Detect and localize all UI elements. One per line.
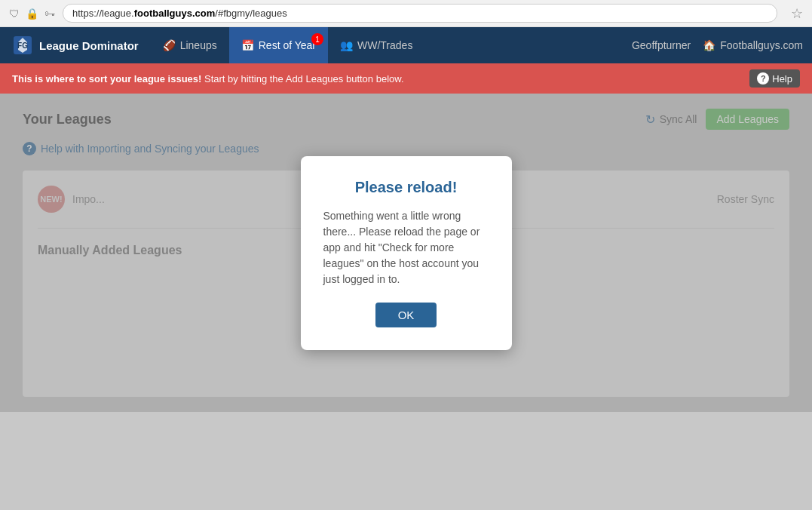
- nav-badge-rest-of-year: 1: [311, 33, 323, 45]
- url-prefix: https://league.: [72, 8, 134, 19]
- browser-icons: 🛡 🔒 🗝: [9, 8, 55, 20]
- nav-user[interactable]: Geoffpturner: [632, 39, 691, 51]
- lock-icon: 🔒: [26, 8, 38, 20]
- modal-dialog: Please reload! Something went a little w…: [301, 156, 512, 350]
- nav-home[interactable]: 🏠 Footballguys.com: [703, 39, 803, 51]
- app-nav: FG League Dominator 🏈 Lineups 📅 Rest of …: [0, 27, 812, 63]
- browser-bar: 🛡 🔒 🗝 https://league.footballguys.com/#f…: [0, 0, 812, 27]
- ww-trades-label: WW/Trades: [357, 39, 412, 51]
- brand-svg: FG: [12, 35, 33, 56]
- nav-items: 🏈 Lineups 📅 Rest of Year 1 👥 WW/Trades: [151, 27, 632, 63]
- modal-body: Something went a little wrong there... P…: [323, 208, 489, 287]
- help-button[interactable]: ? Help: [749, 69, 800, 88]
- alert-banner: This is where to sort your league issues…: [0, 63, 812, 94]
- modal-ok-label: OK: [398, 309, 415, 321]
- nav-right: Geoffpturner 🏠 Footballguys.com: [632, 39, 803, 51]
- help-button-label: Help: [772, 73, 792, 84]
- svg-text:FG: FG: [17, 41, 28, 50]
- shield-icon: 🛡: [9, 8, 20, 20]
- brand-icon: FG: [12, 35, 33, 56]
- modal-overlay: Please reload! Something went a little w…: [0, 94, 812, 412]
- nav-item-lineups[interactable]: 🏈 Lineups: [151, 27, 229, 63]
- modal-ok-button[interactable]: OK: [375, 303, 437, 327]
- main-content: Your Leagues ↻ Sync All Add Leagues ? He…: [0, 94, 812, 412]
- alert-text: This is where to sort your league issues…: [12, 73, 404, 84]
- people-icon: 👥: [340, 39, 353, 51]
- url-domain: footballguys.com: [134, 8, 216, 19]
- site-label: Footballguys.com: [720, 39, 803, 51]
- url-suffix: /#fbgmy/leagues: [215, 8, 286, 19]
- alert-text-bold: This is where to sort your league issues…: [12, 73, 201, 84]
- key-icon: 🗝: [44, 8, 55, 20]
- question-icon: ?: [757, 72, 769, 84]
- browser-url-bar[interactable]: https://league.footballguys.com/#fbgmy/l…: [63, 4, 777, 23]
- lineups-label: Lineups: [180, 39, 217, 51]
- football-icon: 🏈: [163, 39, 176, 51]
- brand[interactable]: FG League Dominator: [9, 35, 151, 56]
- calendar-icon: 📅: [241, 39, 254, 51]
- bookmark-icon[interactable]: ☆: [791, 5, 803, 22]
- nav-item-ww-trades[interactable]: 👥 WW/Trades: [328, 27, 424, 63]
- brand-label: League Dominator: [39, 39, 139, 52]
- alert-text-normal: Start by hitting the Add Leagues button …: [204, 73, 404, 84]
- rest-of-year-label: Rest of Year: [259, 39, 316, 51]
- modal-title: Please reload!: [323, 179, 489, 196]
- nav-item-rest-of-year[interactable]: 📅 Rest of Year 1: [229, 27, 328, 63]
- home-icon: 🏠: [703, 39, 715, 51]
